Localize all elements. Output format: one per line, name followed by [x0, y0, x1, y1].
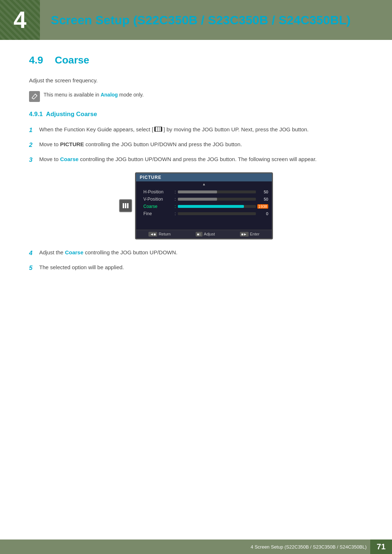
coarse-value: 1938: [257, 204, 268, 209]
note-text-before: This menu is available in: [44, 92, 101, 98]
subsection-title: Adjusting Coarse: [46, 111, 97, 118]
h-position-bar: 50: [178, 190, 268, 194]
fine-label: Fine: [143, 211, 172, 216]
list-item: 5 The selected option will be applied.: [29, 263, 363, 273]
return-label: Return: [159, 232, 171, 236]
chapter-title-box: Screen Setup (S22C350B / S23C350B / S24C…: [40, 0, 362, 40]
menu-arrow: ▲: [136, 181, 272, 187]
fine-value: 0: [257, 212, 268, 216]
step-content-4: Adjust the Coarse controlling the JOG bu…: [39, 248, 363, 257]
menu-row-v-position: V-Position : 50: [136, 196, 272, 203]
monitor-screen: PICTURE ▲ H-Position : 50: [135, 172, 273, 239]
footer-adjust: ■↕ Adjust: [196, 232, 215, 237]
monitor-wrapper: PICTURE ▲ H-Position : 50: [119, 172, 273, 239]
note-box: This menu is available in Analog mode on…: [29, 91, 363, 102]
list-item: 2 Move to PICTURE controlling the JOG bu…: [29, 140, 363, 150]
h-position-label: H-Position: [143, 189, 172, 194]
fine-bar: 0: [178, 212, 268, 216]
section-description: Adjust the screen frequency.: [29, 76, 363, 85]
v-position-label: V-Position: [143, 197, 172, 202]
subsection-heading: 4.9.1 Adjusting Coarse: [29, 111, 363, 118]
h-position-value: 50: [257, 190, 268, 194]
step-number-4: 4: [29, 248, 39, 258]
menu-rows: H-Position : 50 V-Position: [136, 187, 272, 230]
monitor-container: PICTURE ▲ H-Position : 50: [29, 172, 363, 239]
jog-icon: [154, 127, 162, 132]
v-position-bar: 50: [178, 197, 268, 201]
step-content-1: When the Function Key Guide appears, sel…: [39, 125, 363, 134]
menu-title: PICTURE: [140, 175, 162, 180]
pencil-icon: [31, 93, 38, 100]
list-item: 1 When the Function Key Guide appears, s…: [29, 125, 363, 135]
chapter-header: 4 Screen Setup (S22C350B / S23C350B / S2…: [0, 0, 392, 40]
menu-row-h-position: H-Position : 50: [136, 188, 272, 196]
subsection-number: 4.9.1: [29, 111, 43, 118]
monitor-menu: PICTURE ▲ H-Position : 50: [136, 173, 272, 238]
note-text-end: mode only.: [118, 92, 144, 98]
step-content-3: Move to Coarse controlling the JOG butto…: [39, 155, 363, 164]
fine-colon: :: [175, 211, 176, 216]
h-position-fill: [178, 190, 217, 193]
section-number: 4.9: [29, 54, 49, 66]
coarse-colon: :: [175, 204, 176, 209]
h-position-colon: :: [175, 189, 176, 194]
steps-list: 1 When the Function Key Guide appears, s…: [29, 125, 363, 165]
main-content: 4.9 Coarse Adjust the screen frequency. …: [0, 54, 392, 273]
fine-track: [178, 212, 256, 215]
picture-label: PICTURE: [60, 141, 84, 147]
note-bold: Analog: [101, 92, 118, 98]
enter-label: Enter: [250, 232, 260, 236]
step-number-2: 2: [29, 140, 39, 150]
jog-button-icon: [119, 199, 132, 212]
steps-list-2: 4 Adjust the Coarse controlling the JOG …: [29, 248, 363, 273]
step-number-5: 5: [29, 263, 39, 273]
chapter-number: 4: [13, 7, 26, 33]
step-number-1: 1: [29, 125, 39, 135]
list-item: 4 Adjust the Coarse controlling the JOG …: [29, 248, 363, 258]
v-position-track: [178, 198, 256, 201]
return-icon: ◄■: [148, 232, 157, 237]
step-content-5: The selected option will be applied.: [39, 263, 363, 272]
chapter-number-box: 4: [0, 0, 40, 40]
footer-text: 4 Screen Setup (S22C350B / S23C350B / S2…: [251, 544, 370, 550]
chapter-title: Screen Setup (S22C350B / S23C350B / S24C…: [51, 12, 351, 28]
list-item: 3 Move to Coarse controlling the JOG but…: [29, 155, 363, 165]
jog-bar-1: [123, 203, 124, 208]
menu-title-bar: PICTURE: [136, 173, 272, 181]
footer-page-number: 71: [370, 539, 392, 554]
enter-icon: ■►: [240, 232, 249, 237]
v-position-colon: :: [175, 197, 176, 202]
coarse-label-step3: Coarse: [60, 156, 79, 162]
v-position-fill: [178, 198, 217, 201]
h-position-track: [178, 190, 256, 193]
step-number-3: 3: [29, 155, 39, 165]
monitor-jog-side: [119, 199, 132, 212]
menu-footer: ◄■ Return ■↕ Adjust ■► Enter: [136, 230, 272, 238]
coarse-menu-label: Coarse: [143, 204, 172, 209]
menu-row-coarse: Coarse : 1938: [136, 203, 272, 210]
v-position-value: 50: [257, 197, 268, 201]
note-icon: [29, 91, 40, 102]
coarse-bar: 1938: [178, 204, 268, 209]
menu-spacer: [136, 217, 272, 228]
footer-return: ◄■ Return: [148, 232, 171, 237]
footer-enter: ■► Enter: [240, 232, 260, 237]
coarse-track: [178, 205, 256, 208]
menu-row-fine: Fine : 0: [136, 210, 272, 217]
jog-bar-2: [125, 203, 126, 208]
coarse-fill: [178, 205, 244, 208]
adjust-label: Adjust: [204, 232, 215, 236]
section-heading: 4.9 Coarse: [29, 54, 363, 66]
jog-bar-3: [127, 203, 128, 208]
adjust-icon: ■↕: [196, 232, 203, 237]
page-footer: 4 Screen Setup (S22C350B / S23C350B / S2…: [0, 539, 392, 554]
step-content-2: Move to PICTURE controlling the JOG butt…: [39, 140, 363, 149]
note-text: This menu is available in Analog mode on…: [44, 91, 144, 99]
section-title: Coarse: [55, 54, 89, 66]
coarse-label-step4: Coarse: [65, 249, 83, 255]
